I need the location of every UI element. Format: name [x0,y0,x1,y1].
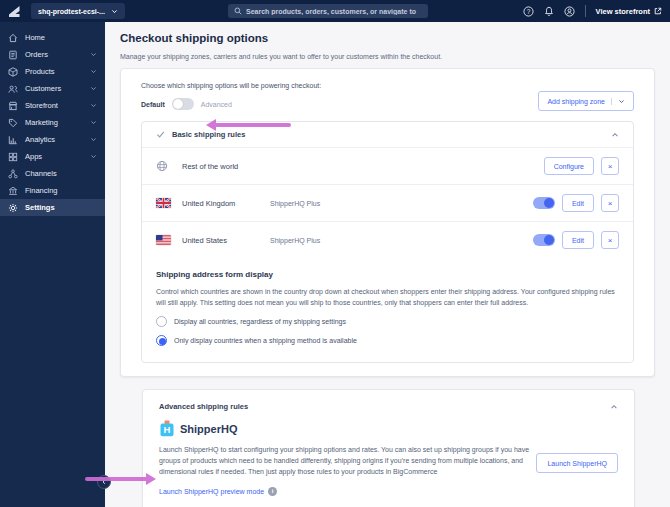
analytics-icon [8,135,18,145]
page-subtitle: Manage your shipping zones, carriers and… [120,53,655,60]
check-icon [156,130,165,139]
advanced-rules-header: Advanced shipping rules [159,402,610,411]
chevron-up-icon[interactable] [611,131,619,139]
main-content: Checkout shipping options Manage your sh… [105,22,670,507]
sidebar-item-label: Financing [25,186,97,195]
channels-icon [8,169,18,179]
annotation-arrow-preview-link [84,473,156,485]
sidebar-item-analytics[interactable]: Analytics [0,131,105,148]
sidebar-item-label: Storefront [25,101,83,110]
chevron-down-icon [111,8,118,15]
toggle-advanced-label: Advanced [201,101,232,108]
chevron-down-icon [90,119,97,126]
account-icon[interactable] [564,6,575,17]
sidebar-item-channels[interactable]: Channels [0,165,105,182]
sidebar-item-storefront[interactable]: Storefront [0,97,105,114]
zone-provider: ShipperHQ Plus [270,237,525,244]
chevron-down-icon [90,153,97,160]
notifications-bell-icon[interactable] [544,6,554,17]
advanced-shipping-rules-card: Advanced shipping rules H ShipperHQ Laun… [142,389,635,507]
address-form-section: Shipping address form display Control wh… [142,258,633,362]
sidebar-item-home[interactable]: Home [0,29,105,46]
sidebar: Home Orders Products Customers Storefron… [0,22,105,507]
financing-icon [8,186,18,196]
storefront-icon [8,101,18,111]
edit-button[interactable]: Edit [562,194,594,212]
zone-name: United Kingdom [182,199,262,208]
search-input[interactable] [246,8,422,15]
sidebar-item-label: Apps [25,152,83,161]
launch-shipperhq-button[interactable]: Launch ShipperHQ [536,453,618,473]
view-storefront-button[interactable]: View storefront [596,7,662,16]
search-icon [234,7,242,15]
zone-enabled-toggle[interactable] [533,197,555,209]
shipping-options-card: Choose which shipping options will be po… [120,68,655,377]
radio-unselected-icon[interactable] [156,316,167,327]
default-advanced-toggle[interactable] [172,98,194,110]
page-title: Checkout shipping options [120,32,655,44]
bigcommerce-logo-icon [8,5,21,18]
sidebar-item-customers[interactable]: Customers [0,80,105,97]
sidebar-item-orders[interactable]: Orders [0,46,105,63]
shipping-zone-row: United States ShipperHQ Plus Edit × [142,221,633,258]
sidebar-item-financing[interactable]: Financing [0,182,105,199]
shipping-zone-row: United Kingdom ShipperHQ Plus Edit × [142,184,633,221]
store-switcher-button[interactable]: shq-prodtest-ecsi-... [31,3,125,19]
zone-enabled-toggle[interactable] [533,234,555,246]
chevron-down-icon [611,98,625,105]
store-name: shq-prodtest-ecsi-... [38,8,105,15]
launch-preview-mode-link[interactable]: Launch ShipperHQ preview mode [159,488,264,495]
zone-provider: ShipperHQ Plus [270,200,525,207]
address-form-description: Control which countries are shown in the… [156,287,619,308]
chevron-down-icon [90,85,97,92]
radio-selected-icon[interactable] [156,335,167,346]
advanced-rules-description: Launch ShipperHQ to start configuring yo… [159,445,531,478]
sidebar-item-label: Customers [25,84,83,93]
zone-name: Rest of the world [182,162,262,171]
sidebar-item-label: Channels [25,169,97,178]
globe-icon [156,160,174,172]
customers-icon [8,84,18,94]
sidebar-item-apps[interactable]: Apps [0,148,105,165]
sidebar-item-label: Settings [25,203,97,212]
info-icon[interactable]: i [268,487,277,496]
basic-shipping-rules-panel: Basic shipping rules Rest of the world C… [141,121,634,363]
sidebar-item-label: Products [25,67,83,76]
sidebar-item-marketing[interactable]: Marketing [0,114,105,131]
chevron-up-icon[interactable] [610,403,618,411]
radio-option-all-countries[interactable]: Display all countries, regardless of my … [156,316,619,327]
zone-name: United States [182,236,262,245]
sidebar-item-label: Marketing [25,118,83,127]
home-icon [8,33,18,43]
products-icon [8,67,18,77]
uk-flag-icon [156,198,174,208]
choose-options-label: Choose which shipping options will be po… [141,82,634,89]
us-flag-icon [156,235,174,245]
configure-button[interactable]: Configure [544,157,594,175]
remove-zone-button[interactable]: × [601,194,619,212]
svg-text:?: ? [526,7,530,14]
radio-option-shipping-method-countries[interactable]: Only display countries when a shipping m… [156,335,619,346]
svg-text:H: H [164,424,171,435]
edit-button[interactable]: Edit [562,231,594,249]
sidebar-item-settings[interactable]: Settings [0,199,105,216]
remove-zone-button[interactable]: × [601,231,619,249]
chevron-down-icon [90,68,97,75]
sidebar-item-label: Analytics [25,135,83,144]
add-shipping-zone-button[interactable]: Add shipping zone [538,91,634,111]
chevron-down-icon [90,51,97,58]
chevron-down-icon [90,102,97,109]
sidebar-item-label: Home [25,33,97,42]
settings-gear-icon [8,203,18,213]
orders-icon [8,50,18,60]
global-search[interactable] [228,4,428,18]
remove-zone-button[interactable]: × [601,157,619,175]
topbar-divider [585,5,586,17]
toggle-default-label: Default [141,101,165,108]
shipperhq-wordmark: ShipperHQ [180,423,237,435]
view-storefront-label: View storefront [596,7,650,16]
sidebar-item-products[interactable]: Products [0,63,105,80]
help-icon[interactable]: ? [523,6,534,17]
topbar: shq-prodtest-ecsi-... ? View storefront [0,0,670,22]
shipping-zone-row: Rest of the world Configure × [142,147,633,184]
